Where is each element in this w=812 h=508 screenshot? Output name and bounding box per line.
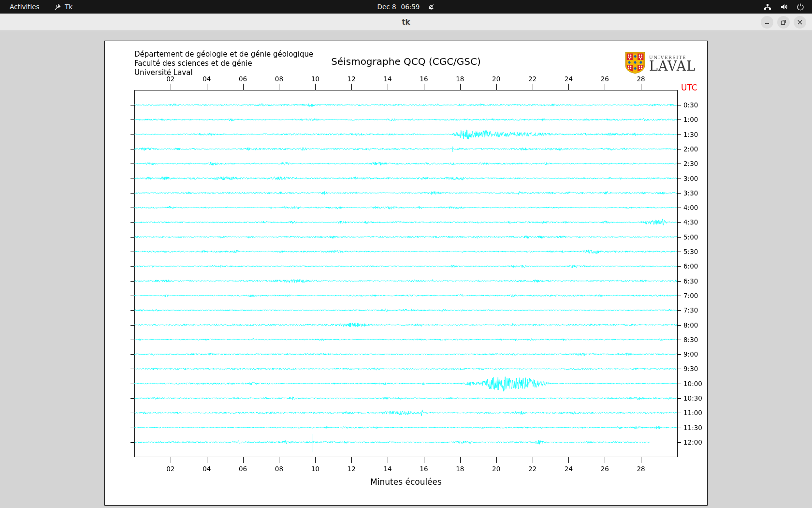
time-label: 11:00 xyxy=(683,409,702,417)
time-label: 5:30 xyxy=(683,248,698,255)
time-label: 4:30 xyxy=(683,218,698,226)
x-tick-label-bottom: 28 xyxy=(637,465,645,473)
time-label: 3:30 xyxy=(683,189,698,197)
tk-feather-icon xyxy=(54,3,61,11)
window-titlebar: tk xyxy=(0,14,812,31)
minimize-button[interactable] xyxy=(761,16,773,29)
time-label: 12:00 xyxy=(683,438,702,446)
x-tick-label-top: 06 xyxy=(239,75,247,83)
clock-time: 06:59 xyxy=(401,3,420,11)
volume-icon xyxy=(780,3,788,11)
x-tick-label-top: 20 xyxy=(492,75,500,83)
logo-word-laval: LAVAL xyxy=(649,60,696,73)
x-tick-label-bottom: 26 xyxy=(601,465,609,473)
wired-network-icon xyxy=(764,3,771,11)
time-label: 2:00 xyxy=(683,145,698,153)
close-button[interactable] xyxy=(794,16,806,29)
x-axis-title: Minutes écoulées xyxy=(105,477,707,487)
x-tick-label-bottom: 16 xyxy=(420,465,428,473)
time-label: 4:00 xyxy=(683,204,698,211)
activities-label: Activities xyxy=(10,3,40,11)
time-label: 10:30 xyxy=(683,394,702,402)
time-label: 11:30 xyxy=(683,424,702,432)
bell-slash-icon xyxy=(427,3,435,11)
window-title: tk xyxy=(0,14,812,31)
time-label: 9:30 xyxy=(683,365,698,373)
x-tick-label-top: 08 xyxy=(275,75,283,83)
x-tick-label-bottom: 06 xyxy=(239,465,247,473)
window-content: Département de géologie et de génie géol… xyxy=(0,31,812,508)
time-label: 6:30 xyxy=(683,277,698,285)
time-label: 3:00 xyxy=(683,175,698,182)
x-tick-label-bottom: 12 xyxy=(348,465,356,473)
x-tick-label-bottom: 14 xyxy=(383,465,392,473)
x-tick-label-bottom: 24 xyxy=(565,465,573,473)
laval-shield-icon xyxy=(625,52,645,76)
chart-title: Séismographe QCQ (CGC/GSC) xyxy=(105,56,707,67)
x-tick-label-top: 24 xyxy=(565,75,573,83)
time-label: 1:00 xyxy=(683,116,698,123)
x-tick-label-bottom: 10 xyxy=(311,465,319,473)
x-tick-label-top: 22 xyxy=(528,75,536,83)
clock-button[interactable]: Dec 8 06:59 xyxy=(374,0,439,14)
time-label: 8:00 xyxy=(683,321,698,329)
x-tick-label-top: 12 xyxy=(348,75,356,83)
x-tick-label-top: 14 xyxy=(383,75,392,83)
time-label: 9:00 xyxy=(683,350,698,358)
system-status-area[interactable] xyxy=(760,0,808,14)
x-tick-label-bottom: 02 xyxy=(166,465,174,473)
time-label: 5:00 xyxy=(683,233,698,241)
x-tick-label-top: 16 xyxy=(420,75,428,83)
x-tick-label-bottom: 20 xyxy=(492,465,500,473)
x-tick-label-bottom: 18 xyxy=(456,465,464,473)
institution-line: Université Laval xyxy=(134,68,313,77)
seismogram-canvas xyxy=(105,41,707,505)
activities-button[interactable]: Activities xyxy=(6,0,44,14)
x-tick-label-top: 28 xyxy=(637,75,645,83)
seismograph-panel: Département de géologie et de génie géol… xyxy=(104,41,708,506)
maximize-button[interactable] xyxy=(777,16,790,29)
time-label: 7:00 xyxy=(683,292,698,299)
utc-label: UTC xyxy=(681,83,697,92)
universite-laval-logo: UNIVERSITÉ LAVAL xyxy=(625,52,696,76)
x-tick-label-top: 04 xyxy=(203,75,211,83)
time-label: 2:30 xyxy=(683,160,698,167)
gnome-top-bar: Activities Tk Dec 8 06:59 xyxy=(0,0,812,14)
x-tick-label-bottom: 08 xyxy=(275,465,283,473)
time-label: 10:00 xyxy=(683,380,702,388)
x-tick-label-top: 10 xyxy=(311,75,319,83)
power-icon xyxy=(797,3,804,11)
time-label: 1:30 xyxy=(683,131,698,138)
time-label: 7:30 xyxy=(683,306,698,314)
app-indicator-tk[interactable]: Tk xyxy=(50,0,76,14)
x-tick-label-bottom: 04 xyxy=(203,465,211,473)
time-label: 6:00 xyxy=(683,262,698,270)
x-tick-label-top: 02 xyxy=(166,75,174,83)
x-tick-label-top: 18 xyxy=(456,75,464,83)
app-indicator-label: Tk xyxy=(65,3,72,11)
time-label: 0:30 xyxy=(683,101,698,109)
clock-date: Dec 8 xyxy=(377,3,396,11)
x-tick-label-bottom: 22 xyxy=(528,465,536,473)
time-label: 8:30 xyxy=(683,336,698,344)
x-tick-label-top: 26 xyxy=(601,75,609,83)
